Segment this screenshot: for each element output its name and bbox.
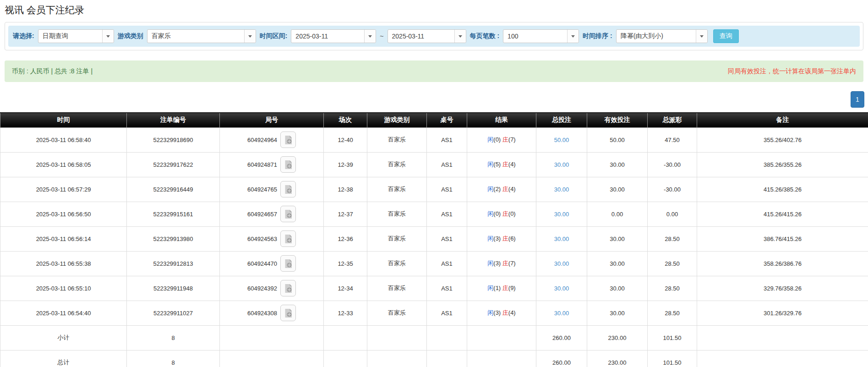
- round-no-cell: 604924470: [220, 251, 324, 276]
- valid-bet-cell: 30.00: [587, 177, 648, 202]
- note-cell: 415.26/385.26: [697, 177, 868, 202]
- total-valid-bet: 230.00: [587, 350, 648, 367]
- total-bet-cell: 30.00: [536, 152, 587, 177]
- round-no-value: 604924470: [247, 260, 277, 267]
- session-cell: 12-39: [324, 152, 367, 177]
- banker-result-label: 庄: [502, 285, 508, 291]
- result-cell: 闲(1) 庄(9): [467, 276, 536, 301]
- query-type-value: 日期查询: [38, 30, 102, 43]
- filter-panel: 请选择: 日期查询 游戏类别 百家乐 时间区间: 2025-03-11 ~ 20…: [5, 22, 863, 50]
- banker-result-label: 庄: [502, 161, 508, 168]
- query-type-select[interactable]: 日期查询: [38, 29, 114, 43]
- video-replay-button[interactable]: [280, 156, 296, 173]
- time-cell: 2025-03-11 06:56:14: [0, 226, 127, 251]
- total-bet-link[interactable]: 30.00: [554, 285, 569, 292]
- date-from-select[interactable]: 2025-03-11: [291, 29, 376, 43]
- total-payout: 101.50: [648, 350, 697, 367]
- video-replay-button[interactable]: [280, 181, 296, 197]
- table-no-cell: AS1: [427, 127, 467, 152]
- player-result-count: (0): [493, 136, 501, 143]
- page-size-select[interactable]: 100: [503, 29, 579, 43]
- payout-cell: -30.00: [648, 152, 697, 177]
- banker-result-label: 庄: [502, 210, 508, 217]
- page-1-button[interactable]: 1: [851, 91, 864, 108]
- empty-cell: [367, 325, 427, 350]
- header-table-no: 桌号: [427, 113, 467, 127]
- time-cell: 2025-03-11 06:57:29: [0, 177, 127, 202]
- header-result: 结果: [467, 113, 536, 127]
- chevron-down-icon: [102, 30, 114, 43]
- chevron-down-icon: [696, 30, 707, 43]
- result-cell: 闲(3) 庄(6): [467, 226, 536, 251]
- session-cell: 12-36: [324, 226, 367, 251]
- table-row: 2025-03-11 06:57:29 522329916449 6049247…: [0, 177, 868, 202]
- video-replay-button[interactable]: [280, 255, 296, 272]
- table-row: 2025-03-11 06:55:38 522329912813 6049244…: [0, 251, 868, 276]
- date-from-value: 2025-03-11: [291, 30, 364, 43]
- round-no-cell: 604924964: [220, 127, 324, 152]
- video-replay-button[interactable]: [280, 280, 296, 296]
- banker-result-label: 庄: [502, 235, 508, 242]
- banker-result-label: 庄: [502, 260, 508, 267]
- sort-select[interactable]: 降幂(由大到小): [616, 29, 708, 43]
- table-row: 2025-03-11 06:56:50 522329915161 6049246…: [0, 202, 868, 226]
- bet-no-cell: 522329918690: [127, 127, 220, 152]
- date-to-select[interactable]: 2025-03-11: [388, 29, 466, 43]
- game-type-cell: 百家乐: [367, 301, 427, 325]
- video-replay-button[interactable]: [280, 206, 296, 222]
- note-cell: 386.76/415.26: [697, 226, 868, 251]
- note-cell: 385.26/355.26: [697, 152, 868, 177]
- search-button[interactable]: 查询: [713, 29, 739, 43]
- total-bet-link[interactable]: 30.00: [554, 186, 569, 193]
- round-no-value: 604924657: [247, 211, 277, 218]
- game-type-cell: 百家乐: [367, 177, 427, 202]
- filter-bar: 请选择: 日期查询 游戏类别 百家乐 时间区间: 2025-03-11 ~ 20…: [8, 26, 860, 47]
- table-no-cell: AS1: [427, 177, 467, 202]
- table-no-cell: AS1: [427, 276, 467, 301]
- player-result-label: 闲: [487, 260, 493, 267]
- game-type-cell: 百家乐: [367, 152, 427, 177]
- total-bet-link[interactable]: 30.00: [554, 260, 569, 267]
- empty-cell: [427, 350, 467, 367]
- game-type-select[interactable]: 百家乐: [147, 29, 256, 43]
- video-replay-button[interactable]: [280, 305, 296, 321]
- round-no-value: 604924871: [247, 161, 277, 168]
- payout-cell: -30.00: [648, 177, 697, 202]
- player-result-label: 闲: [487, 161, 493, 168]
- total-bet-link[interactable]: 30.00: [554, 310, 569, 317]
- session-cell: 12-40: [324, 127, 367, 152]
- video-replay-button[interactable]: [280, 131, 296, 148]
- total-bet-link[interactable]: 50.00: [554, 137, 569, 143]
- video-record-icon: [284, 234, 293, 244]
- banker-result-label: 庄: [502, 136, 508, 143]
- subtotal-count: 8: [127, 325, 220, 350]
- player-result-label: 闲: [487, 309, 493, 316]
- result-cell: 闲(3) 庄(7): [467, 251, 536, 276]
- payout-cell: 28.50: [648, 301, 697, 325]
- empty-cell: [697, 350, 868, 367]
- total-bet-link[interactable]: 30.00: [554, 161, 569, 168]
- bet-no-cell: 522329916449: [127, 177, 220, 202]
- pagination: 1: [0, 91, 864, 108]
- player-result-label: 闲: [487, 285, 493, 291]
- total-bet-link[interactable]: 30.00: [554, 236, 569, 242]
- time-range-label: 时间区间:: [260, 32, 288, 40]
- table-no-cell: AS1: [427, 152, 467, 177]
- banker-result-count: (4): [508, 186, 516, 192]
- round-no-value: 604924765: [247, 186, 277, 193]
- table-row: 2025-03-11 06:58:40 522329918690 6049249…: [0, 127, 868, 152]
- payout-cell: 47.50: [648, 127, 697, 152]
- table-row: 2025-03-11 06:54:40 522329911027 6049243…: [0, 301, 868, 325]
- note-cell: 358.26/386.76: [697, 251, 868, 276]
- bet-no-cell: 522329917622: [127, 152, 220, 177]
- video-replay-button[interactable]: [280, 230, 296, 247]
- video-record-icon: [284, 284, 293, 293]
- game-type-cell: 百家乐: [367, 226, 427, 251]
- total-bet-cell: 30.00: [536, 301, 587, 325]
- player-result-label: 闲: [487, 235, 493, 242]
- total-bet-cell: 50.00: [536, 127, 587, 152]
- round-no-value: 604924563: [247, 236, 277, 242]
- result-cell: 闲(0) 庄(7): [467, 127, 536, 152]
- total-bet-link[interactable]: 30.00: [554, 211, 569, 218]
- player-result-label: 闲: [487, 186, 493, 192]
